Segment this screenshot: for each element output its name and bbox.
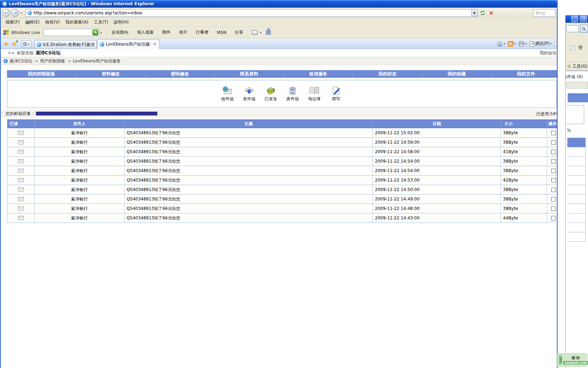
tab-lovebeans-sms[interactable]: LovEbeans用户短信服务... ✕	[97, 39, 160, 49]
live-toolbar-link[interactable]: 好友動向	[112, 29, 128, 35]
sender-cell[interactable]: 索沛银行	[35, 213, 125, 223]
subject-cell[interactable]: Q540348913转了66元给您	[125, 204, 373, 213]
print-button[interactable]: ▾	[518, 41, 527, 47]
live-profile-button[interactable]	[266, 30, 271, 35]
restore-button[interactable]: ❐	[580, 16, 587, 22]
subject-cell[interactable]: Q540348913转了66元给您	[125, 185, 373, 194]
live-toolbar-link[interactable]: 分享	[234, 29, 243, 35]
side-tools-bar[interactable]: ⚙ 工具(O)	[566, 62, 588, 71]
sender-cell[interactable]: 索沛银行	[35, 138, 125, 147]
checkbox-icon[interactable]: ✓	[570, 46, 575, 50]
trash-button[interactable]: 废件箱	[285, 86, 301, 102]
tab-ice-dragon[interactable]: IcE.DraGon-发表帖子[索沛...	[34, 40, 97, 49]
nav-item[interactable]: 密码修改	[146, 70, 215, 78]
subject-cell[interactable]: Q540348913转了66元给您	[125, 157, 373, 166]
favorites-star-icon[interactable]: ★	[4, 40, 9, 47]
compose-button[interactable]: 撰写	[328, 86, 344, 102]
side-login-row[interactable]: ✓ 登	[570, 45, 583, 51]
sender-cell[interactable]: 索沛银行	[35, 128, 125, 137]
my-messages-link[interactable]: 我的短信	[540, 50, 556, 56]
menu-item[interactable]: 檔案(F)	[4, 19, 24, 26]
breadcrumb-sms-link[interactable]: LovEbeans用户短信服务	[73, 58, 121, 64]
row-checkbox[interactable]	[551, 140, 556, 145]
header-sender: 发件人	[35, 120, 125, 128]
search-input[interactable]: Bing	[533, 9, 555, 17]
close-tab-icon[interactable]: ✕	[152, 42, 157, 47]
address-dropdown-button[interactable]: ▼	[472, 9, 478, 17]
compose-icon	[331, 86, 341, 95]
menu-item[interactable]: 檢視(V)	[44, 19, 64, 26]
live-search-button[interactable]	[92, 29, 98, 35]
chevron-down-icon: ▾	[259, 31, 262, 34]
subject-cell[interactable]: Q540348913转了66元给您	[125, 176, 373, 185]
inbox-button[interactable]: 收件箱	[219, 86, 236, 102]
forward-button[interactable]: →	[11, 9, 19, 17]
sender-cell[interactable]: 索沛银行	[35, 176, 125, 185]
row-checkbox[interactable]	[551, 197, 556, 202]
back-button[interactable]: ←	[2, 9, 10, 17]
side-search-input[interactable]	[566, 25, 579, 32]
nav-item[interactable]: 短信服务	[284, 70, 353, 78]
nav-item[interactable]: 资料修改	[76, 70, 146, 78]
subject-cell[interactable]: Q540348913转了66元给您	[125, 195, 373, 204]
menu-item[interactable]: 說明(H)	[112, 19, 133, 26]
breadcrumb-usercp-link[interactable]: 用户控制面板	[40, 58, 65, 64]
live-toolbar-link[interactable]: 郵件	[162, 29, 170, 35]
nav-item[interactable]: 我的好友	[353, 70, 422, 78]
stop-button[interactable]: ×	[488, 9, 495, 17]
row-checkbox[interactable]	[551, 159, 556, 164]
live-options-button[interactable]: ▾	[252, 30, 262, 35]
row-checkbox[interactable]	[551, 150, 556, 154]
menu-item[interactable]: 編輯(E)	[24, 19, 44, 26]
subject-cell[interactable]: Q540348913转了66元给您	[125, 166, 373, 175]
address-input[interactable]: http://www.sorpack.com/usersms.asp?actio…	[26, 9, 472, 17]
row-checkbox[interactable]	[551, 178, 556, 183]
side-window-titlebar[interactable]: _ ❐	[566, 15, 588, 23]
side-inbox-label[interactable]: 收件箱 (0)	[565, 74, 583, 80]
nav-item[interactable]: 联系资料	[215, 70, 284, 78]
quick-tabs-button[interactable]: ▾	[21, 40, 31, 48]
row-checkbox[interactable]	[551, 188, 556, 192]
home-button[interactable]: ▾	[496, 41, 506, 47]
subject-cell[interactable]: Q540348913转了66元给您	[125, 128, 373, 137]
address-book-button[interactable]: 地址簿	[306, 86, 322, 102]
outbox-button[interactable]: 发件箱	[241, 86, 257, 102]
live-toolbar-link[interactable]: 行事曆	[196, 29, 208, 35]
titlebar[interactable]: e LovEbeans用户短信服务[索沛CS论坛] - Windows Inte…	[1, 0, 557, 8]
sender-cell[interactable]: 索沛银行	[35, 147, 125, 156]
subject-cell[interactable]: Q540348913转了66元给您	[125, 138, 373, 147]
minimize-button[interactable]: _	[571, 16, 578, 22]
tools-button-cut[interactable]	[554, 41, 558, 47]
live-search-dropdown-icon[interactable]: ▾	[99, 31, 103, 34]
sender-cell[interactable]: 索沛银行	[35, 195, 125, 204]
row-checkbox[interactable]	[551, 216, 556, 220]
history-dropdown-icon[interactable]: ▾	[20, 11, 23, 15]
refresh-button[interactable]	[479, 9, 486, 17]
feeds-button[interactable]: ▾	[507, 41, 516, 47]
sender-cell[interactable]: 索沛银行	[35, 157, 125, 166]
live-search-input[interactable]	[43, 29, 99, 36]
nav-item[interactable]: 我的收藏	[422, 70, 492, 78]
row-checkbox[interactable]	[551, 169, 556, 173]
subject-cell[interactable]: Q540348913转了66元给您	[125, 147, 373, 156]
page-menu-button[interactable]: 網頁(P) ▾	[529, 41, 552, 47]
menu-item[interactable]: 我的最愛(A)	[64, 19, 93, 26]
live-toolbar-link[interactable]: 個人檔案	[137, 29, 154, 35]
live-toolbar-link[interactable]: 相片	[179, 29, 187, 35]
live-toolbar-link[interactable]: MSN	[217, 30, 226, 35]
sender-cell[interactable]: 索沛银行	[35, 204, 125, 213]
side-search-button[interactable]	[580, 25, 588, 33]
sender-cell[interactable]: 索沛银行	[35, 185, 125, 194]
nav-item[interactable]: 我的控制面板	[7, 70, 76, 78]
size-cell: 38Byte	[501, 166, 547, 175]
subject-cell[interactable]: Q540348913转了66元给您	[125, 213, 373, 223]
add-favorite-icon[interactable]: ★	[12, 40, 17, 47]
menu-item[interactable]: 工具(T)	[92, 19, 112, 26]
row-checkbox[interactable]	[551, 206, 556, 211]
sent-button[interactable]: 已发送	[263, 86, 279, 102]
sender-cell[interactable]: 索沛银行	[35, 166, 125, 175]
windows-live-toolbar: Windows Live ▾ 好友動向個人檔案郵件相片行事曆MSN分享 ▾	[1, 27, 557, 39]
nav-item[interactable]: 我的文件	[491, 70, 558, 78]
row-checkbox[interactable]	[551, 131, 556, 135]
breadcrumb-forum-link[interactable]: 索沛CS论坛	[10, 58, 32, 64]
